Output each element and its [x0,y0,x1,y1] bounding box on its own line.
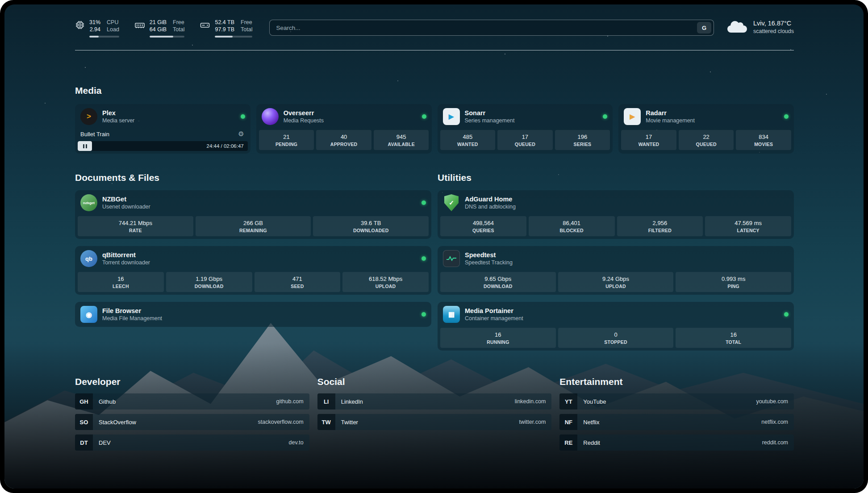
cloud-icon [727,25,747,33]
stat-value: 40 [317,134,371,140]
search-bar[interactable]: G [269,20,714,36]
stat-value: 498,564 [441,220,526,226]
stat-ping: 0.993 ms PING [676,272,791,292]
service-subtitle: Usenet downloader [102,204,150,210]
service-subtitle: DNS and adblocking [465,204,516,210]
bookmark-domain: twitter.com [519,419,546,425]
service-card-speedtest[interactable]: Speedtest Speedtest Tracking 9.65 Gbps D… [438,246,794,295]
stat-value: 945 [375,134,428,140]
stats-row: 21 PENDING 40 APPROVED 945 AVAILABLE [256,129,432,153]
bookmark-abbr: TW [317,414,335,430]
stat-label: PING [676,284,790,289]
radarr-icon: ▶ [624,108,641,125]
service-name: Sonarr [465,109,515,117]
stats-row: 485 WANTED 17 QUEUED 196 SERIES [438,129,613,153]
stat-label: LEECH [79,284,163,289]
stat-value: 17 [498,134,552,140]
section-developer: Developer GH Github github.com SO StackO… [75,376,309,451]
stat-label: REMAINING [196,228,310,233]
stat-label: DOWNLOAD [167,284,251,289]
service-card-plex[interactable]: > Plex Media server Bullet Train ⚙ [75,104,250,154]
memory-monitor: 21 GiB 64 GiB Free Total [134,19,185,38]
stat-value: 17 [622,134,676,140]
service-card-sonarr[interactable]: ▶ Sonarr Series management 485 WANTED [438,104,613,154]
service-card-radarr[interactable]: ▶ Radarr Movie management 17 WANTED [618,104,794,154]
service-subtitle: Media Requests [284,117,324,124]
stat-label: BLOCKED [530,228,614,233]
stat-latency: 47.569 ms LATENCY [705,216,791,236]
stat-seed: 471 SEED [255,272,341,292]
bookmark-stackoverflow[interactable]: SO StackOverflow stackoverflow.com [75,414,309,430]
stat-label: AVAILABLE [375,142,428,147]
stat-value: 485 [441,134,495,140]
speedtest-icon [443,250,460,267]
service-name: qBittorrent [102,251,150,259]
dashboard-content: 31% 2.94 CPU Load [4,4,864,451]
top-bar: 31% 2.94 CPU Load [75,19,794,38]
bookmark-twitter[interactable]: TW Twitter twitter.com [317,414,552,430]
section-title-documents: Documents & Files [75,172,431,183]
stat-label: MOVIES [737,142,790,147]
service-card-qbittorrent[interactable]: qb qBittorrent Torrent downloader 16 [75,246,431,295]
card-header: > Plex Media server [75,104,250,129]
service-card-portainer[interactable]: ▦ Media Portainer Container management 1… [438,302,794,351]
service-name: Radarr [646,109,695,117]
card-header: ▶ Sonarr Series management [438,104,613,129]
bookmark-domain: youtube.com [756,398,788,405]
portainer-icon: ▦ [443,306,460,323]
overseerr-icon [262,108,279,125]
bookmark-name: Twitter [341,419,358,426]
player-progress-bar[interactable]: 24:44 / 02:06:47 [78,141,248,151]
stat-value: 22 [680,134,733,140]
card-header: ◉ File Browser Media File Management [75,302,431,327]
section-documents: Documents & Files nzbget NZBGet Usenet d… [75,172,431,327]
service-card-adguard[interactable]: ✓ AdGuard Home DNS and adblocking 498,56… [438,190,794,239]
pause-button[interactable] [78,141,92,151]
bookmark-dev[interactable]: DT DEV dev.to [75,435,309,451]
stat-value: 834 [737,134,790,140]
stat-stopped: 0 STOPPED [558,328,674,348]
service-name: Plex [102,109,134,117]
section-media: Media > Plex Media server Bullet Tr [75,85,794,154]
stat-label: SERIES [556,142,609,147]
storage-free-value: 52.4 TB [215,19,234,26]
service-name: Speedtest [465,251,513,259]
stat-label: QUERIES [441,228,526,233]
search-input[interactable] [276,25,697,31]
stat-value: 9.24 Gbps [559,276,673,282]
stat-value: 196 [556,134,609,140]
section-title-utilities: Utilities [438,172,794,183]
bookmark-netflix[interactable]: NF Netflix netflix.com [559,414,794,430]
bookmark-domain: reddit.com [762,439,788,446]
stat-value: 266 GB [196,220,310,226]
bookmark-github[interactable]: GH Github github.com [75,393,309,409]
bookmark-domain: github.com [276,398,304,405]
storage-icon [200,19,210,38]
dashboard-screen: 31% 2.94 CPU Load [4,4,864,489]
memory-total-value: 64 GiB [150,26,167,33]
section-title-social: Social [317,376,552,387]
service-card-nzbget[interactable]: nzbget NZBGet Usenet downloader 744.21 M… [75,190,431,239]
bookmark-abbr: GH [75,393,93,409]
search-provider-button[interactable]: G [697,22,711,33]
service-card-filebrowser[interactable]: ◉ File Browser Media File Management [75,302,431,327]
status-dot [784,114,789,119]
bookmark-name: StackOverflow [99,419,136,426]
stat-upload: 9.24 Gbps UPLOAD [558,272,674,292]
bookmark-reddit[interactable]: RE Reddit reddit.com [559,435,794,451]
stat-value: 2,956 [618,220,702,226]
cpu-label-2: Load [107,26,119,33]
bookmark-abbr: YT [559,393,577,409]
bookmark-youtube[interactable]: YT YouTube youtube.com [559,393,794,409]
bookmark-domain: dev.to [289,439,304,446]
stat-download: 9.65 Gbps DOWNLOAD [440,272,556,292]
header-divider [75,50,794,50]
memory-progress-fill [150,36,173,38]
stat-value: 39.6 TB [314,220,428,226]
service-subtitle: Media File Management [102,315,162,322]
section-entertainment: Entertainment YT YouTube youtube.com NF … [559,376,794,451]
stat-running: 16 RUNNING [440,328,556,348]
settings-gear-icon[interactable]: ⚙ [238,130,244,138]
bookmark-linkedin[interactable]: LI LinkedIn linkedin.com [317,393,552,409]
service-card-overseerr[interactable]: Overseerr Media Requests 21 PENDING [256,104,432,154]
